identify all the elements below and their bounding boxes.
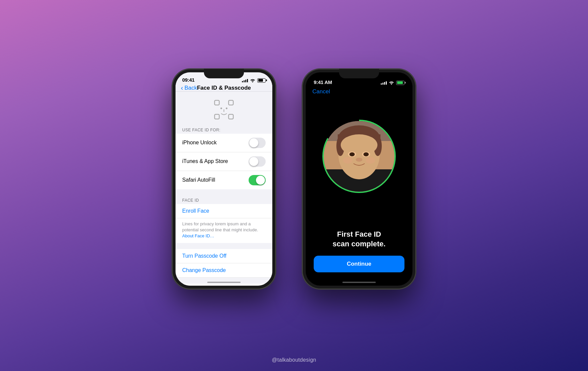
face-id-group: Enroll Face Lines for privacy lorem ipsu…	[176, 204, 272, 243]
phones-container: 09:41	[172, 69, 416, 289]
face-photo-svg	[324, 121, 394, 192]
privacy-text: Lines for privacy lorem ipsum and a pote…	[176, 218, 272, 243]
use-face-id-header: USE FACE ID FOR:	[176, 125, 272, 134]
continue-button[interactable]: Continue	[314, 256, 404, 272]
require-passcode-group: Require Passcode Immediately ›	[176, 284, 272, 285]
svg-point-16	[341, 134, 377, 156]
iphone-unlock-row[interactable]: iPhone Unlock	[176, 134, 272, 152]
svg-point-19	[349, 152, 355, 156]
about-face-id-link[interactable]: About Face ID…	[182, 233, 214, 238]
itunes-row[interactable]: iTunes & App Store	[176, 152, 272, 171]
iphone-unlock-toggle[interactable]	[249, 138, 266, 148]
turn-passcode-off-link[interactable]: Turn Passcode Off	[182, 253, 227, 259]
itunes-label: iTunes & App Store	[182, 158, 228, 164]
wifi-icon-left	[250, 78, 255, 82]
svg-rect-3	[229, 114, 233, 119]
signal-bars-right	[381, 81, 387, 85]
privacy-text-content: Lines for privacy lorem ipsum and a pote…	[182, 221, 258, 232]
svg-rect-0	[215, 100, 219, 105]
scan-title-line2: scan complete.	[333, 240, 386, 248]
iphone-unlock-label: iPhone Unlock	[182, 140, 217, 146]
enroll-face-row[interactable]: Enroll Face	[176, 204, 272, 218]
itunes-toggle[interactable]	[249, 156, 266, 167]
face-id-icon	[214, 100, 234, 120]
status-time-left: 09:41	[182, 77, 195, 83]
face-id-section-header: FACE ID	[176, 195, 272, 204]
change-passcode-link[interactable]: Change Passcode	[182, 267, 226, 273]
passcode-section: Turn Passcode Off Change Passcode	[176, 249, 272, 278]
left-phone: 09:41	[172, 69, 276, 289]
svg-point-20	[363, 152, 369, 156]
chevron-left-icon: ‹	[181, 84, 183, 91]
nav-bar-settings: ‹ Back Face ID & Passcode	[176, 85, 272, 92]
continue-btn-container: Continue	[306, 256, 412, 286]
status-time-right: 9:41 AM	[314, 79, 332, 85]
use-face-id-group: iPhone Unlock iTunes & App Store Safari …	[176, 134, 272, 189]
svg-point-23	[366, 157, 375, 164]
safari-row[interactable]: Safari AutoFill	[176, 171, 272, 189]
status-icons-right	[381, 81, 404, 85]
face-circle-ring	[322, 120, 396, 193]
home-indicator-right	[342, 282, 376, 283]
battery-icon-right	[396, 81, 404, 85]
status-icons-left	[242, 78, 266, 83]
home-indicator-left	[207, 282, 241, 283]
battery-icon-left	[257, 78, 266, 83]
notch-left	[204, 69, 244, 78]
signal-bars-left	[242, 78, 248, 82]
svg-rect-2	[215, 114, 219, 119]
back-label[interactable]: Back	[185, 85, 197, 91]
turn-passcode-off-row[interactable]: Turn Passcode Off	[176, 249, 272, 263]
settings-nav-title: Face ID & Passcode	[197, 85, 251, 91]
require-passcode-row[interactable]: Require Passcode Immediately ›	[176, 284, 272, 285]
scan-title: First Face ID scan complete.	[333, 230, 386, 249]
wifi-icon-right	[389, 81, 394, 85]
svg-point-22	[343, 157, 352, 164]
scan-text-container: First Face ID scan complete.	[333, 223, 386, 255]
svg-rect-1	[229, 100, 233, 105]
svg-point-4	[221, 107, 222, 109]
back-button[interactable]: ‹ Back	[181, 85, 197, 91]
safari-label: Safari AutoFill	[182, 177, 215, 183]
faceid-screen: 9:41 AM Cancel	[306, 72, 412, 286]
scan-title-line1: First Face ID	[337, 230, 381, 238]
safari-toggle[interactable]	[249, 175, 266, 185]
right-phone: 9:41 AM Cancel	[302, 69, 416, 289]
face-circle-container	[322, 90, 396, 223]
settings-screen: 09:41	[176, 72, 272, 286]
change-passcode-row[interactable]: Change Passcode	[176, 263, 272, 278]
continue-label: Continue	[347, 261, 371, 267]
svg-point-5	[226, 107, 228, 109]
face-id-icon-container	[176, 92, 272, 125]
notch-right	[339, 69, 379, 78]
face-circle-photo	[324, 121, 394, 192]
watermark: @talkaboutdesign	[272, 357, 316, 363]
svg-point-21	[356, 158, 362, 162]
enroll-face-link[interactable]: Enroll Face	[182, 208, 209, 214]
